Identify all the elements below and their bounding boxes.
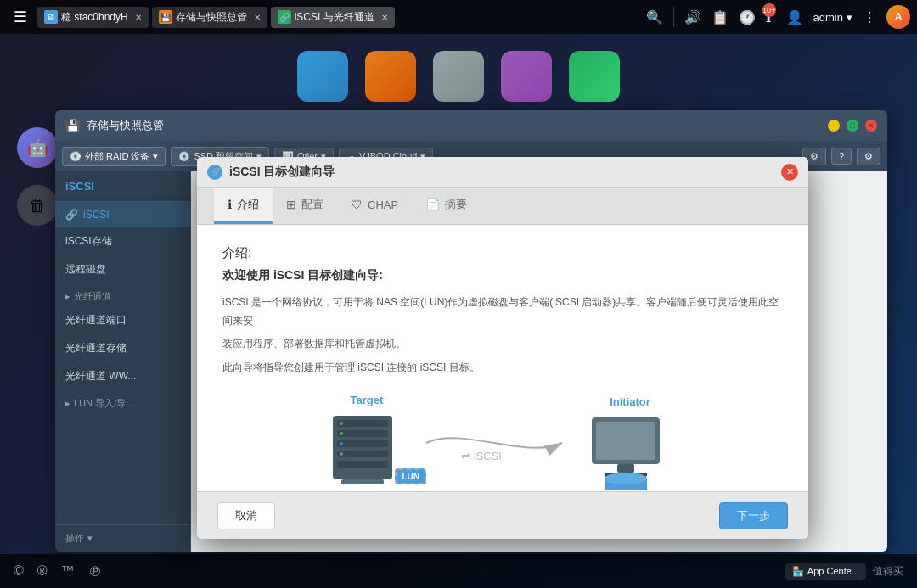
iscsi-diagram: Target bbox=[222, 394, 783, 491]
tab-3-close[interactable]: ✕ bbox=[381, 13, 388, 22]
step-intro-label: 介绍 bbox=[237, 197, 259, 212]
sidebar-item-remote-disk[interactable]: 远程磁盘 bbox=[55, 255, 190, 283]
svg-rect-3 bbox=[337, 440, 388, 447]
step-chap-icon: 🛡 bbox=[351, 198, 363, 211]
svg-point-9 bbox=[340, 452, 343, 456]
svg-point-6 bbox=[340, 422, 343, 425]
iscsi-wizard-dialog: 🔗 iSCSI 目标创建向导 ✕ ℹ 介绍 ⊞ 配置 🛡 CHAP 📄 摘要 bbox=[197, 157, 808, 539]
wizard-step-summary[interactable]: 📄 摘要 bbox=[412, 188, 481, 224]
sidebar-item-fiber-port[interactable]: 光纤通道端口 bbox=[55, 306, 190, 334]
tab-2[interactable]: 💾 存储与快照总管 ✕ bbox=[152, 7, 267, 28]
intro-subtitle: 欢迎使用 iSCSI 目标创建向导: bbox=[222, 268, 783, 283]
taskbar-right: 🔍 🔊 📋 🕐 ℹ 10+ 👤 admin ▾ ⋮ A bbox=[646, 5, 910, 29]
svg-rect-5 bbox=[337, 461, 388, 468]
dock-icon-1[interactable] bbox=[297, 51, 348, 102]
user-icon[interactable]: 👤 bbox=[786, 9, 803, 25]
storage-maximize-button[interactable]: □ bbox=[847, 120, 858, 132]
storage-window-controls: − □ ✕ bbox=[828, 120, 877, 132]
robot-icon-desktop[interactable]: 🤖 bbox=[17, 127, 58, 168]
sidebar-item-fiber-storage[interactable]: 光纤通道存储 bbox=[55, 334, 190, 362]
initiator-label: Initiator bbox=[610, 395, 650, 408]
svg-rect-4 bbox=[337, 451, 388, 457]
clock-icon[interactable]: 🕐 bbox=[739, 9, 756, 25]
svg-text:⇌ iSCSI: ⇌ iSCSI bbox=[461, 450, 502, 462]
dock-icon-4[interactable] bbox=[501, 51, 552, 102]
tab-2-close[interactable]: ✕ bbox=[254, 13, 261, 22]
svg-point-8 bbox=[340, 442, 343, 445]
taskbar-bottom: © ® ™ ℗ 🏪 App Cente... 值得买 bbox=[0, 554, 917, 588]
next-button[interactable]: 下一步 bbox=[719, 502, 788, 529]
tab-2-label: 存储与快照总管 bbox=[176, 10, 247, 25]
search-icon[interactable]: 🔍 bbox=[646, 9, 663, 25]
volume-icon[interactable]: 🔊 bbox=[684, 9, 701, 25]
wizard-close-button[interactable]: ✕ bbox=[781, 164, 798, 181]
admin-button[interactable]: admin ▾ bbox=[813, 11, 852, 24]
fiber-storage-label: 光纤通道存储 bbox=[65, 341, 127, 356]
sidebar-item-iscsi-storage[interactable]: iSCSI存储 bbox=[55, 227, 190, 255]
desktop-left-icons: 🤖 🗑 bbox=[17, 127, 58, 226]
iscsi-sidebar: iSCSI 🔗 iSCSI iSCSI存储 远程磁盘 ▸ 光纤通道 光纤通道端口 bbox=[55, 171, 191, 552]
step-config-icon: ⊞ bbox=[286, 198, 296, 211]
dock-icon-3[interactable] bbox=[433, 51, 484, 102]
tab-2-icon: 💾 bbox=[159, 10, 172, 24]
storage-minimize-button[interactable]: − bbox=[828, 120, 840, 132]
user-avatar[interactable]: A bbox=[886, 5, 910, 29]
wizard-step-chap[interactable]: 🛡 CHAP bbox=[337, 188, 412, 224]
step-intro-icon: ℹ bbox=[228, 198, 232, 211]
target-diagram: Target bbox=[324, 394, 409, 491]
dock-icon-5[interactable] bbox=[569, 51, 620, 102]
iscsi-arrow-area: ⇌ iSCSI bbox=[409, 417, 579, 468]
tab-1-label: 稳 stac0hndyH bbox=[61, 10, 128, 25]
taskbar-left: ☰ 🖥 稳 stac0hndyH ✕ 💾 存储与快照总管 ✕ 🔗 iSCSI 与… bbox=[7, 4, 395, 30]
intro-description-line3: 此向导将指导您创建用于管理 iSCSI 连接的 iSCSI 目标。 bbox=[222, 359, 783, 378]
wizard-step-intro[interactable]: ℹ 介绍 bbox=[214, 188, 273, 224]
tab-3[interactable]: 🔗 iSCSI 与光纤通道 ✕ bbox=[271, 7, 395, 28]
target-label: Target bbox=[351, 394, 384, 406]
storage-close-button[interactable]: ✕ bbox=[865, 120, 877, 132]
svg-rect-1 bbox=[337, 420, 388, 427]
taskbar-top: ☰ 🖥 稳 stac0hndyH ✕ 💾 存储与快照总管 ✕ 🔗 iSCSI 与… bbox=[0, 0, 917, 34]
fiber-port-label: 光纤通道端口 bbox=[65, 313, 127, 328]
tab-3-label: iSCSI 与光纤通道 bbox=[295, 10, 374, 25]
tab-1-icon: 🖥 bbox=[44, 10, 58, 24]
dock-icon-2[interactable] bbox=[365, 51, 416, 102]
sidebar-item-fiber-www[interactable]: 光纤通道 WW... bbox=[55, 362, 190, 390]
admin-chevron-icon: ▾ bbox=[847, 11, 852, 24]
lun-badge: LUN bbox=[395, 468, 426, 484]
storage-gear-button[interactable]: ⚙ bbox=[857, 148, 880, 165]
lun-section: ▸ LUN 导入/导... bbox=[55, 390, 190, 413]
svg-point-19 bbox=[605, 473, 647, 484]
bottom-icon-1[interactable]: © bbox=[14, 563, 24, 580]
bottom-icon-3[interactable]: ™ bbox=[61, 563, 75, 580]
initiator-svg bbox=[579, 413, 681, 490]
sidebar-item-iscsi[interactable]: 🔗 iSCSI bbox=[55, 202, 190, 227]
app-center-button[interactable]: 🏪 App Cente... bbox=[785, 563, 866, 580]
storage-help-button[interactable]: ? bbox=[831, 148, 852, 165]
tab-3-icon: 🔗 bbox=[278, 10, 291, 24]
hamburger-menu-button[interactable]: ☰ bbox=[7, 4, 34, 30]
svg-point-7 bbox=[340, 432, 343, 435]
svg-rect-15 bbox=[617, 464, 634, 473]
wizard-footer: 取消 下一步 bbox=[197, 491, 808, 539]
iscsi-arrow-svg: ⇌ iSCSI bbox=[409, 417, 579, 468]
step-summary-icon: 📄 bbox=[425, 198, 440, 211]
bottom-icon-4[interactable]: ℗ bbox=[88, 563, 102, 580]
tab-1[interactable]: 🖥 稳 stac0hndyH ✕ bbox=[37, 7, 149, 28]
fiber-section: ▸ 光纤通道 bbox=[55, 283, 190, 306]
storage-window-title-icon: 💾 bbox=[65, 119, 80, 132]
raid-device-button[interactable]: 💽 外部 RAID 设备 ▾ bbox=[62, 147, 166, 166]
wizard-titlebar: 🔗 iSCSI 目标创建向导 ✕ bbox=[197, 157, 808, 188]
iscsi-item-icon: 🔗 bbox=[65, 209, 78, 221]
transfer-icon[interactable]: 📋 bbox=[712, 9, 729, 25]
trash-icon-desktop[interactable]: 🗑 bbox=[17, 185, 58, 226]
iscsi-item-label: iSCSI bbox=[83, 209, 110, 221]
bottom-icon-2[interactable]: ® bbox=[37, 563, 48, 580]
notification-badge: 10+ bbox=[762, 3, 776, 17]
wizard-title-icon: 🔗 bbox=[207, 165, 222, 180]
iscsi-sidebar-header: iSCSI bbox=[55, 171, 190, 202]
wizard-step-config[interactable]: ⊞ 配置 bbox=[273, 188, 337, 224]
action-chevron-icon: ▾ bbox=[87, 533, 93, 544]
more-options-icon[interactable]: ⋮ bbox=[863, 9, 876, 25]
cancel-button[interactable]: 取消 bbox=[217, 502, 275, 529]
tab-1-close[interactable]: ✕ bbox=[135, 13, 142, 22]
